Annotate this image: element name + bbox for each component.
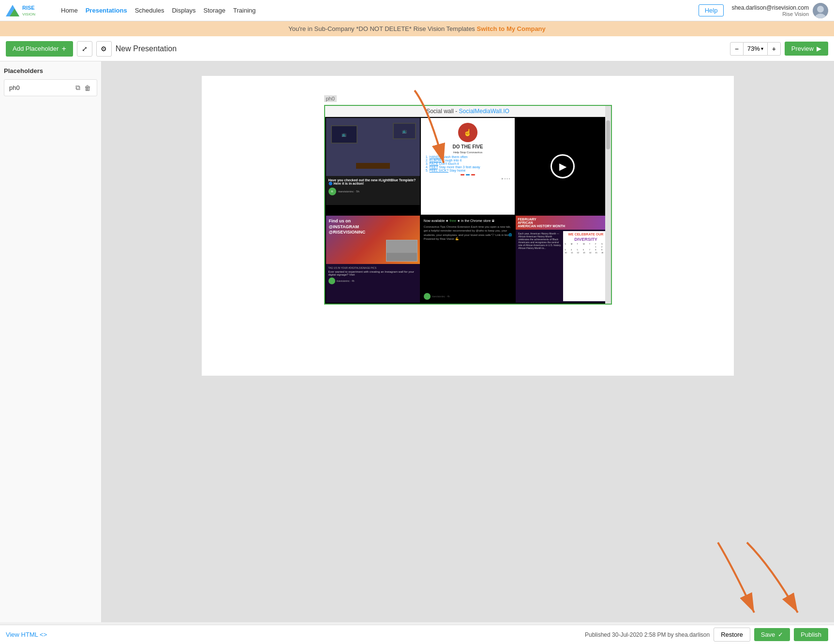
zoom-out-button[interactable]: − [730, 42, 744, 56]
chevron-down-icon: ▾ [761, 46, 763, 51]
social-card-room: 📺 📺 Have you checked out the new #LightI… [326, 118, 420, 215]
nav-links: Home Presentations Schedules Displays St… [61, 7, 256, 14]
placeholder-actions: ⧉ 🗑 [74, 83, 92, 93]
checkmark-icon: ✓ [778, 631, 783, 638]
preview-button[interactable]: Preview ▶ [785, 42, 828, 56]
avatar [813, 3, 828, 18]
gear-icon: ⚙ [101, 45, 107, 53]
nav-displays[interactable]: Displays [172, 7, 195, 14]
rise-vision-logo: RISE VISION [6, 3, 49, 18]
sub-company-banner: You're in Sub-Company *DO NOT DELETE* Ri… [0, 21, 834, 36]
social-card-corona: Now available ★ free ★ in the Chrome sto… [421, 216, 515, 303]
plus-icon: + [61, 44, 66, 53]
expand-icon: ⤢ [82, 45, 88, 53]
bottom-footer: View HTML <> Published 30-Jul-2020 2:58 … [0, 625, 834, 644]
social-wall-header: Social wall - SocialMediaWall.IO [325, 106, 611, 117]
presentation-title: New Presentation [116, 44, 177, 53]
dotw-title: DO THE FIVE [453, 144, 483, 149]
user-email: shea.darlison@risevision.com [731, 4, 809, 11]
banner-text: You're in Sub-Company *DO NOT DELETE* Ri… [288, 25, 475, 32]
svg-text:RISE: RISE [22, 5, 35, 11]
published-info: Published 30-Jul-2020 2:58 PM by shea.da… [585, 631, 710, 638]
restore-button[interactable]: Restore [714, 628, 750, 642]
social-card-dotw: ☝ DO THE FIVE Help Stop Coronavirus 1. H… [421, 118, 515, 215]
save-button[interactable]: Save ✓ [754, 628, 790, 641]
save-label: Save [761, 631, 775, 638]
user-company: Rise Vision [731, 11, 809, 17]
play-icon: ▶ [817, 45, 821, 52]
presentation-frame: ph0 Social wall - SocialMediaWall.IO [324, 105, 612, 305]
scrollbar-track[interactable] [605, 106, 611, 304]
social-card-african: FEBRUARYAFRICANAMERICAN HISTORY MONTH Ea… [516, 216, 610, 303]
expand-icon-button[interactable]: ⤢ [77, 41, 92, 57]
logo[interactable]: RISE VISION [6, 3, 49, 18]
svg-text:VISION: VISION [22, 12, 35, 16]
add-placeholder-label: Add Placeholder [13, 45, 59, 52]
publish-button[interactable]: Publish [794, 628, 828, 641]
nav-training[interactable]: Training [233, 7, 255, 14]
view-html-link[interactable]: View HTML <> [6, 631, 47, 638]
zoom-in-button[interactable]: + [767, 42, 781, 56]
scrollbar-thumb[interactable] [606, 120, 610, 149]
social-card-video: ▶ [516, 118, 610, 215]
sidebar: Placeholders ph0 ⧉ 🗑 [0, 61, 102, 622]
settings-icon-button[interactable]: ⚙ [96, 41, 112, 57]
help-button[interactable]: Help [699, 4, 724, 16]
main-layout: Placeholders ph0 ⧉ 🗑 [0, 61, 834, 622]
african-header: FEBRUARYAFRICANAMERICAN HISTORY MONTH [516, 216, 610, 230]
social-media-wall-link[interactable]: SocialMediaWall.IO [459, 108, 509, 115]
instagram-image: Find us on@INSTAGRAM@RISEVISIONINC [326, 216, 420, 264]
nav-storage[interactable]: Storage [204, 7, 226, 14]
play-button-icon: ▶ [551, 154, 575, 178]
dotw-logo: ☝ [458, 123, 477, 142]
nav-schedules[interactable]: Schedules [135, 7, 164, 14]
placeholder-name: ph0 [9, 84, 72, 91]
zoom-controls: − 73% ▾ + [730, 42, 781, 56]
social-wall-grid: 📺 📺 Have you checked out the new #LightI… [325, 117, 611, 304]
add-placeholder-button[interactable]: Add Placeholder + [6, 41, 73, 57]
copy-placeholder-button[interactable]: ⧉ [74, 83, 81, 93]
switch-company-link[interactable]: Switch to My Company [477, 25, 546, 32]
dotw-list: 1. HANDS Wash them often 2. ELBOW Cough … [426, 155, 510, 172]
nav-presentations[interactable]: Presentations [86, 7, 127, 14]
zoom-value[interactable]: 73% ▾ [744, 42, 767, 56]
preview-label: Preview [791, 45, 814, 52]
svg-point-6 [817, 6, 824, 13]
nav-home[interactable]: Home [61, 7, 78, 14]
frame-label: ph0 [324, 95, 337, 102]
user-info: shea.darlison@risevision.com Rise Vision [731, 3, 828, 18]
social-card-instagram: Find us on@INSTAGRAM@RISEVISIONINC TAG U… [326, 216, 420, 303]
canvas-area[interactable]: ph0 Social wall - SocialMediaWall.IO [102, 61, 834, 622]
top-nav: RISE VISION Home Presentations Schedules… [0, 0, 834, 21]
placeholder-item: ph0 ⧉ 🗑 [4, 79, 97, 96]
delete-placeholder-button[interactable]: 🗑 [83, 83, 92, 93]
placeholders-title: Placeholders [4, 67, 97, 74]
toolbar: Add Placeholder + ⤢ ⚙ New Presentation −… [0, 36, 834, 61]
